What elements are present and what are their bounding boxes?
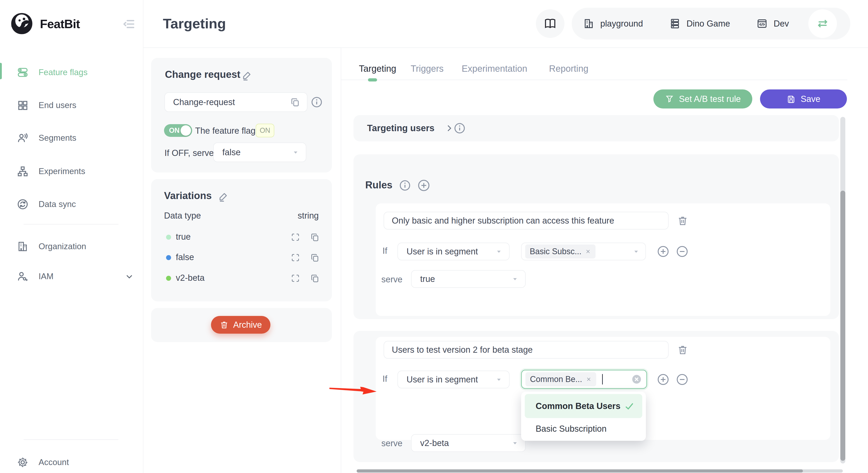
text-caret — [602, 374, 603, 384]
sidebar-item-iam[interactable]: IAM — [0, 266, 144, 287]
copy-icon[interactable] — [310, 273, 320, 283]
targeting-users-info-icon[interactable] — [454, 122, 466, 135]
sidebar-item-end-users[interactable]: End users — [0, 95, 144, 115]
sidebar-item-account[interactable]: Account — [0, 452, 144, 472]
remove-tag-icon[interactable] — [586, 376, 592, 382]
add-rule-button[interactable] — [417, 179, 430, 191]
archive-button-label: Archive — [233, 320, 262, 330]
page-title: Targeting — [163, 16, 226, 32]
change-request-card: Change request Change-request ON The fea… — [151, 58, 332, 173]
tab-experimentation[interactable]: Experimentation — [462, 64, 527, 74]
serve-select[interactable]: true — [411, 270, 526, 288]
check-icon — [624, 401, 634, 411]
copy-icon[interactable] — [310, 232, 320, 242]
rule-description-input[interactable]: Only basic and higher subscription can a… — [384, 212, 669, 230]
archive-button[interactable]: Archive — [211, 316, 271, 334]
expand-icon[interactable] — [290, 253, 300, 262]
environment-selector[interactable]: Dev — [756, 8, 789, 39]
chevron-down-icon — [632, 247, 640, 255]
change-request-title: Change request — [165, 69, 241, 80]
dropdown-option[interactable]: Basic Subscription — [525, 419, 642, 439]
rule-description-value: Users to test version 2 for beta stage — [392, 345, 533, 355]
panel-divider — [341, 48, 341, 473]
option-label: Basic Subscription — [536, 424, 607, 434]
rules-section: Rules Only basic and higher subscription… — [353, 154, 839, 319]
save-button[interactable]: Save — [760, 89, 847, 109]
add-condition-button[interactable] — [657, 373, 670, 386]
variations-card: Variations Data type string true false v… — [151, 179, 332, 301]
sidebar-item-experiments[interactable]: Experiments — [0, 161, 144, 181]
expand-icon[interactable] — [290, 232, 300, 242]
sidebar-item-feature-flags[interactable]: Feature flags — [0, 62, 144, 82]
horizontal-scrollbar-thumb[interactable] — [356, 469, 803, 473]
iam-chevron-down-icon[interactable] — [124, 271, 134, 282]
top-bar: Targeting playground Dino Game Dev — [144, 0, 868, 48]
data-type-value: string — [151, 211, 319, 220]
delete-rule-icon[interactable] — [677, 344, 688, 355]
segment-multiselect[interactable]: Basic Subsc... — [521, 243, 646, 260]
sidebar-item-label: Experiments — [38, 167, 85, 176]
clear-selection-icon[interactable] — [631, 374, 642, 384]
active-tab-indicator — [368, 78, 377, 82]
trash-icon — [220, 320, 229, 329]
condition-select[interactable]: User is in segment — [398, 371, 509, 388]
workspace-switcher: playground Dino Game Dev — [572, 8, 850, 39]
vertical-scrollbar-thumb[interactable] — [840, 191, 845, 461]
remove-condition-button[interactable] — [676, 245, 688, 258]
archive-card: Archive — [151, 308, 332, 342]
edit-flag-name-icon[interactable] — [241, 70, 253, 82]
flag-key-input[interactable]: Change-request — [164, 92, 307, 112]
rule-description-input[interactable]: Users to test version 2 for beta stage — [384, 341, 669, 359]
targeting-users-card[interactable]: Targeting users — [353, 115, 839, 141]
sidebar-item-label: Account — [38, 457, 69, 467]
variation-value: v2-beta — [176, 273, 205, 283]
add-condition-button[interactable] — [657, 245, 670, 258]
off-serve-select[interactable]: false — [213, 143, 306, 162]
iam-icon — [17, 270, 29, 282]
documentation-button[interactable] — [536, 9, 564, 38]
chevron-down-icon — [292, 148, 300, 156]
variation-color-dot — [166, 235, 171, 240]
data-sync-icon — [17, 198, 29, 210]
segment-multiselect-focused[interactable]: Common Be... — [521, 370, 647, 389]
annotation-arrow-icon — [330, 384, 378, 396]
flag-status-text: The feature flag is — [195, 126, 264, 136]
flag-status-badge: ON — [256, 124, 274, 137]
chevron-right-icon[interactable] — [444, 123, 454, 133]
environment-name: Dev — [774, 19, 789, 29]
vertical-scrollbar[interactable] — [840, 117, 845, 464]
feature-flag-toggle[interactable]: ON — [164, 124, 192, 137]
horizontal-scrollbar[interactable] — [356, 469, 843, 473]
tab-divider — [341, 80, 847, 80]
sidebar-collapse-icon[interactable] — [123, 18, 135, 30]
stack-icon — [669, 18, 681, 29]
sidebar-item-organization[interactable]: Organization — [0, 237, 144, 257]
segment-dropdown-menu: Common Beta Users Basic Subscription — [521, 392, 646, 441]
flag-key-info-icon[interactable] — [311, 96, 323, 108]
serve-select[interactable]: v2-beta — [411, 434, 526, 452]
tab-reporting[interactable]: Reporting — [549, 64, 588, 74]
copy-icon[interactable] — [290, 97, 300, 107]
expand-icon[interactable] — [290, 273, 300, 283]
switch-environment-button[interactable] — [808, 9, 837, 38]
sidebar-item-data-sync[interactable]: Data sync — [0, 194, 144, 214]
condition-select[interactable]: User is in segment — [398, 243, 509, 260]
remove-tag-icon[interactable] — [585, 248, 591, 255]
sidebar-item-label: Feature flags — [38, 68, 88, 77]
off-serve-value: false — [222, 148, 241, 157]
delete-rule-icon[interactable] — [677, 215, 688, 226]
experiments-icon — [17, 166, 29, 177]
copy-icon[interactable] — [310, 253, 320, 262]
rules-info-icon[interactable] — [399, 179, 411, 191]
sidebar-item-segments[interactable]: Segments — [0, 128, 144, 148]
project-selector[interactable]: playground — [583, 8, 643, 39]
dropdown-option-selected[interactable]: Common Beta Users — [525, 394, 642, 418]
variation-color-dot — [166, 255, 171, 260]
product-selector[interactable]: Dino Game — [669, 8, 730, 39]
tab-targeting[interactable]: Targeting — [359, 64, 396, 74]
set-ab-test-rule-button[interactable]: Set A/B test rule — [653, 89, 752, 109]
serve-label: serve — [381, 275, 402, 285]
tab-triggers[interactable]: Triggers — [411, 64, 443, 74]
edit-variations-icon[interactable] — [217, 191, 229, 203]
remove-condition-button[interactable] — [676, 373, 688, 386]
